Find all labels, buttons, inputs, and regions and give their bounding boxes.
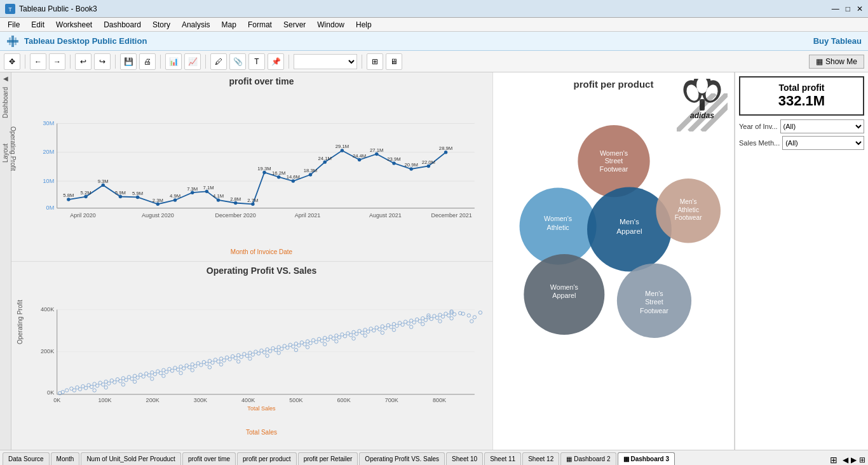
minimize-btn[interactable]: — (832, 4, 839, 13)
svg-text:400K: 400K (41, 306, 54, 313)
tab-num-unit[interactable]: Num of Unit_Sold Per Prouduct (81, 452, 181, 465)
show-me-btn[interactable]: ▦ Show Me (809, 55, 864, 69)
tab-profit-retailer[interactable]: profit per Retailer (298, 452, 358, 465)
svg-text:19.3M: 19.3M (257, 166, 271, 172)
tab-dashboard2[interactable]: ▦ Dashboard 2 (560, 452, 616, 465)
year-filter-select[interactable]: (All) (780, 119, 864, 133)
toolbar-forward-btn[interactable]: → (49, 53, 65, 70)
svg-point-256 (473, 315, 476, 318)
svg-point-198 (309, 341, 312, 344)
svg-text:Athletic: Athletic (677, 206, 699, 213)
tab-scroll-left-btn[interactable]: ◀ (843, 455, 848, 464)
sidebar-collapse-arrow[interactable]: ◀ (3, 75, 8, 82)
tab-month[interactable]: Month (51, 452, 80, 465)
svg-point-169 (142, 374, 145, 377)
svg-point-213 (395, 324, 398, 327)
toolbar-print-btn[interactable]: 🖨 (139, 53, 156, 70)
tab-profit-time[interactable]: profit over time (182, 452, 236, 465)
tab-sheet10[interactable]: Sheet 10 (446, 452, 483, 465)
toolbar-move-btn[interactable]: ✥ (4, 53, 20, 70)
line-chart-svg: 30M 20M 10M 0M April 2020 August 2020 De… (37, 88, 486, 252)
svg-point-197 (303, 342, 306, 346)
svg-text:Total Sales: Total Sales (247, 405, 276, 412)
toolbar-undo-btn[interactable]: ↩ (75, 53, 92, 70)
tab-operating-profit[interactable]: Operating Profit VS. Sales (359, 452, 445, 465)
menu-server[interactable]: Server (278, 19, 311, 30)
svg-point-239 (104, 386, 107, 389)
menu-worksheet[interactable]: Worksheet (51, 19, 97, 30)
tab-dashboard3[interactable]: ▦ Dashboard 3 (618, 452, 675, 465)
svg-point-188 (251, 353, 254, 356)
toolbar-view-btn[interactable]: ⊞ (367, 53, 383, 70)
sales-filter-select[interactable]: (All) (782, 136, 864, 150)
svg-text:7.1M: 7.1M (203, 185, 214, 191)
bubble-chart-panel: adidas profit per product Women's Street… (493, 72, 735, 450)
svg-point-157 (72, 388, 76, 391)
menu-format[interactable]: Format (243, 19, 277, 30)
svg-point-172 (159, 371, 162, 374)
svg-text:30M: 30M (43, 120, 55, 126)
toolbar-pin-btn[interactable]: 📌 (268, 53, 284, 70)
toolbar-save-btn[interactable]: 💾 (120, 53, 137, 70)
tab-grid-view-btn[interactable]: ⊞ (859, 455, 865, 464)
tab-profit-product[interactable]: profit per product (237, 452, 297, 465)
menu-analysis[interactable]: Analysis (177, 19, 215, 30)
toolbar-chart1-btn[interactable]: 📊 (165, 53, 182, 70)
menu-edit[interactable]: Edit (26, 19, 50, 30)
svg-point-240 (133, 380, 136, 383)
svg-point-168 (136, 375, 139, 379)
svg-text:August 2021: August 2021 (369, 212, 402, 219)
toolbar-annotate-btn[interactable]: 📎 (229, 53, 246, 70)
line-chart-panel: profit over time Operating Profit 30M 20… (11, 72, 492, 262)
svg-point-167 (130, 377, 133, 380)
svg-text:22.0M: 22.0M (422, 159, 435, 165)
svg-point-211 (384, 326, 387, 329)
menu-story[interactable]: Story (147, 19, 175, 30)
svg-point-252 (478, 311, 482, 314)
svg-point-170 (147, 374, 151, 377)
svg-point-175 (176, 368, 179, 371)
toolbar-device-btn[interactable]: 🖥 (386, 53, 402, 70)
menu-help[interactable]: Help (351, 19, 377, 30)
close-btn[interactable]: ✕ (857, 4, 863, 13)
svg-text:December 2021: December 2021 (431, 212, 471, 219)
svg-point-179 (200, 363, 203, 366)
menu-dashboard[interactable]: Dashboard (98, 19, 146, 30)
buy-tableau-btn[interactable]: Buy Tableau (813, 36, 862, 46)
svg-point-234 (352, 337, 355, 340)
maximize-btn[interactable]: □ (846, 4, 850, 13)
tab-add-btn[interactable]: ⊞ (827, 455, 840, 465)
svg-point-158 (78, 387, 81, 390)
app-icon: T (5, 4, 15, 14)
svg-text:Women's: Women's (550, 283, 578, 291)
tab-data-source[interactable]: Data Source (3, 452, 50, 465)
svg-text:10M: 10M (43, 178, 55, 184)
svg-text:0K: 0K (47, 389, 54, 395)
toolbar-sheet-select[interactable] (294, 54, 357, 69)
svg-point-200 (320, 339, 323, 342)
svg-text:600K: 600K (337, 397, 351, 403)
menu-window[interactable]: Window (312, 19, 349, 30)
menu-file[interactable]: File (3, 19, 25, 30)
svg-point-207 (360, 331, 363, 334)
toolbar-redo-btn[interactable]: ↪ (94, 53, 111, 70)
svg-point-241 (162, 374, 165, 377)
tab-scroll-right-btn[interactable]: ▶ (851, 455, 857, 464)
svg-point-248 (363, 334, 367, 337)
svg-point-228 (179, 371, 182, 374)
svg-point-246 (306, 345, 309, 348)
svg-point-201 (326, 337, 329, 340)
svg-point-196 (297, 344, 301, 347)
toolbar-text-btn[interactable]: T (248, 53, 265, 70)
svg-point-225 (93, 388, 96, 391)
toolbar-chart2-btn[interactable]: 📈 (184, 53, 201, 70)
tab-sheet12[interactable]: Sheet 12 (522, 452, 559, 465)
toolbar-highlight-btn[interactable]: 🖊 (210, 53, 227, 70)
menu-map[interactable]: Map (217, 19, 241, 30)
tab-sheet11[interactable]: Sheet 11 (484, 452, 521, 465)
svg-text:August 2020: August 2020 (142, 212, 174, 219)
total-profit-box: Total profit 332.1M (739, 76, 864, 116)
tab-operating-profit-label: Operating Profit VS. Sales (365, 455, 439, 462)
toolbar-back-btn[interactable]: ← (30, 53, 46, 70)
svg-point-186 (240, 355, 243, 358)
